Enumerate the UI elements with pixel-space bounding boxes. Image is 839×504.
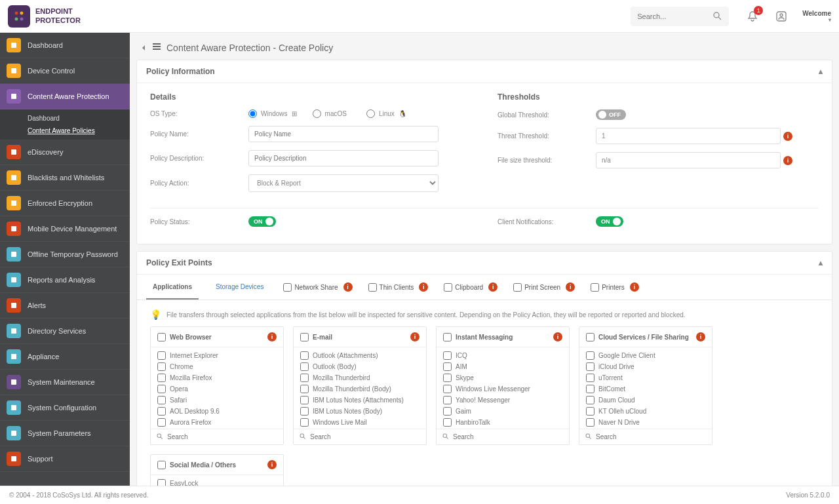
sidebar-sub-item[interactable]: Content Aware Policies [28,125,130,137]
card-item[interactable]: uTorrent [583,372,708,383]
card-item[interactable]: Opera [155,383,279,395]
card-item[interactable]: Daum Cloud [583,395,708,406]
os-linux[interactable]: Linux🐧 [366,109,406,118]
card-search-input[interactable] [453,433,564,440]
tab-thin-clients[interactable]: Thin Clientsi [366,275,431,300]
svg-rect-13 [11,201,16,206]
sidebar-item[interactable]: Support [0,446,130,472]
card-item[interactable]: Safari [155,395,279,406]
sidebar-item[interactable]: Enforced Encryption [0,191,130,216]
info-icon[interactable]: i [630,282,639,292]
sidebar-item[interactable]: Mobile Device Management [0,216,130,242]
client-notif-toggle[interactable]: ON [596,216,623,227]
sidebar-item[interactable]: Blacklists and Whitelists [0,165,130,191]
file-size-input[interactable] [596,152,781,168]
policy-status-toggle[interactable]: ON [248,216,276,227]
sidebar-item[interactable]: Offline Temporary Password [0,242,130,267]
card-select-all[interactable] [586,333,595,341]
sidebar-item[interactable]: Device Control [0,58,130,84]
tab-storage-devices[interactable]: Storage Devices [209,275,270,300]
card-item[interactable]: IBM Lotus Notes (Attachments) [298,395,422,406]
sidebar-item-label: Enforced Encryption [28,199,92,207]
card-select-all[interactable] [443,333,452,341]
card-item[interactable]: KT Olleh uCloud [583,406,708,417]
sidebar-item[interactable]: Alerts [0,293,130,319]
sidebar-sub-item[interactable]: Dashboard [28,112,130,125]
card-item[interactable]: Aurora Firefox [155,417,279,428]
tab-print-screen[interactable]: Print Screeni [511,275,577,300]
tab-printers[interactable]: Printersi [588,275,641,300]
card-search-input[interactable] [310,433,421,440]
card-search-input[interactable] [596,433,707,440]
sidebar-item[interactable]: System Parameters [0,421,130,446]
back-icon[interactable] [140,43,147,53]
sidebar-item[interactable]: Content Aware Protection [0,84,130,109]
notifications-icon[interactable]: 1 [741,5,764,28]
tab-network-share[interactable]: Network Sharei [281,275,355,300]
card-item[interactable]: BitComet [583,383,708,395]
info-icon[interactable]: i [419,282,428,292]
info-icon[interactable]: i [553,332,562,341]
card-item[interactable]: Yahoo! Messenger [440,395,565,406]
sidebar-icon [7,426,21,440]
card-item[interactable]: Outlook (Attachments) [298,350,422,361]
info-icon[interactable]: i [267,460,277,469]
sidebar-item[interactable]: Directory Services [0,319,130,344]
card-select-all[interactable] [157,461,166,469]
global-search[interactable] [631,7,729,26]
card-search-input[interactable] [167,433,278,440]
global-threshold-toggle[interactable]: OFF [596,109,626,120]
card-select-all[interactable] [300,333,309,341]
welcome-menu[interactable]: Welcome ▾ [802,10,831,23]
policy-name-input[interactable] [248,126,439,142]
collapse-icon[interactable]: ▴ [819,67,823,76]
card-item[interactable]: AIM [440,361,565,372]
card-item[interactable]: Mozilla Thunderbird [298,372,422,383]
sidebar-item[interactable]: Dashboard [0,33,130,58]
thresholds-title: Thresholds [498,92,819,102]
os-macos[interactable]: macOS [313,109,351,118]
info-icon[interactable]: i [566,282,575,292]
sidebar-item[interactable]: Appliance [0,344,130,370]
card-item[interactable]: iCloud Drive [583,361,708,372]
card-item[interactable]: Mozilla Thunderbird (Body) [298,383,422,395]
threat-threshold-input[interactable] [596,128,781,144]
card-item[interactable]: HanbiroTalk [440,417,565,428]
card-item[interactable]: ICQ [440,350,565,361]
policy-desc-input[interactable] [248,150,439,166]
sidebar-item[interactable]: Reports and Analysis [0,267,130,293]
card-item[interactable]: Chrome [155,361,279,372]
svg-rect-10 [11,94,16,99]
card-item[interactable]: Naver N Drive [583,417,708,428]
card-item[interactable]: IBM Lotus Notes (Body) [298,406,422,417]
tab-clipboard[interactable]: Clipboardi [441,275,500,300]
card-item[interactable]: Mozilla Firefox [155,372,279,383]
card-item[interactable]: AOL Desktop 9.6 [155,406,279,417]
sidebar-item[interactable]: eDiscovery [0,140,130,165]
info-icon[interactable]: i [488,282,498,292]
info-icon[interactable]: i [783,156,792,165]
card-item[interactable]: Google Drive Client [583,350,708,361]
card-item[interactable]: EasyLock [155,478,279,486]
user-icon[interactable] [770,5,793,28]
card-select-all[interactable] [157,333,166,341]
collapse-icon[interactable]: ▴ [819,258,823,267]
svg-point-1 [20,11,24,14]
info-icon[interactable]: i [343,282,353,292]
policy-action-select[interactable]: Block & Report [248,174,439,192]
card-item[interactable]: Skype [440,372,565,383]
os-windows[interactable]: Windows⊞ [248,109,297,118]
sidebar-item[interactable]: System Configuration [0,395,130,421]
card-item[interactable]: Outlook (Body) [298,361,422,372]
info-icon[interactable]: i [696,332,705,341]
card-item[interactable]: Gaim [440,406,565,417]
info-icon[interactable]: i [267,332,277,341]
info-icon[interactable]: i [783,132,792,141]
sidebar-item[interactable]: System Maintenance [0,370,130,395]
card-item[interactable]: Windows Live Messenger [440,383,565,395]
info-icon[interactable]: i [410,332,420,341]
card-item[interactable]: Windows Live Mail [298,417,422,428]
card-item[interactable]: Internet Explorer [155,350,279,361]
tab-applications[interactable]: Applications [146,275,199,300]
search-input[interactable] [637,12,712,20]
